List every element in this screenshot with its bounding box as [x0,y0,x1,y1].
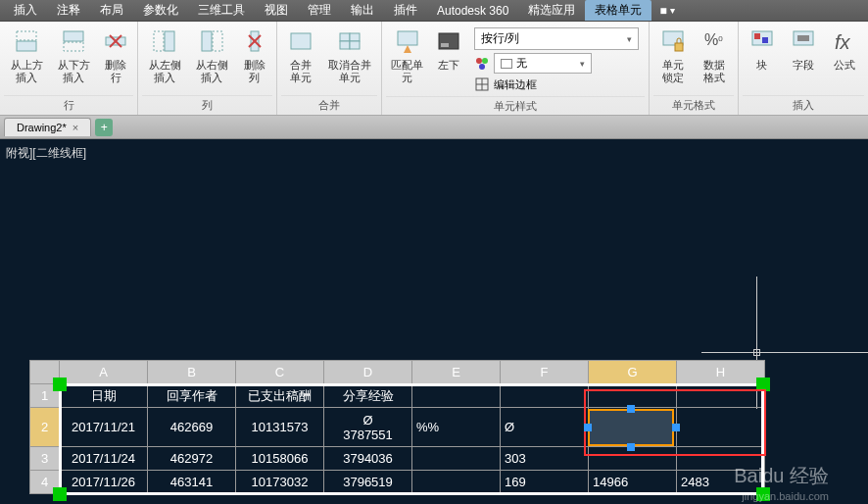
table-cell[interactable]: 分享经验 [324,384,412,408]
svg-text:fx: fx [835,31,851,53]
ribbon-group-label-cols: 列 [142,95,271,115]
document-tab-label: Drawing2* [17,122,67,133]
selection-handle[interactable] [756,487,770,501]
svg-rect-16 [350,33,360,41]
table-cell[interactable] [501,384,589,408]
menu-plugins[interactable]: 插件 [384,0,427,21]
table-cell[interactable] [677,408,765,447]
ribbon-group-label-cell-format: 单元格式 [653,95,734,115]
table-cell[interactable]: 10158066 [236,447,324,471]
row-header-3[interactable]: 3 [30,447,60,471]
crosshair-box [753,349,760,356]
table-cell[interactable] [412,384,501,408]
table-cell[interactable]: 回享作者 [148,384,236,408]
menu-annotate[interactable]: 注释 [47,0,90,21]
ribbon-group-label-cell-style: 单元样式 [386,96,645,116]
menu-table-cell[interactable]: 表格单元 [585,0,651,21]
menu-autodesk360[interactable]: Autodesk 360 [427,2,518,20]
data-format-button[interactable]: %.0 数据格式 [695,24,734,86]
table-cell[interactable]: %% [412,408,501,447]
cad-table[interactable]: A B C D E F G H 1 日期 回享作者 已支出稿酬 分享经验 [29,360,765,494]
svg-rect-21 [441,43,449,47]
table-cell[interactable]: 14966 [589,471,677,494]
menu-insert[interactable]: 插入 [4,0,47,21]
menu-extras-dropdown[interactable]: ■ [659,4,674,18]
border-icon [474,76,490,92]
insert-col-right-button[interactable]: 从右侧 插入 [189,24,234,86]
cell-lock-button[interactable]: 单元锁定 [653,24,693,86]
merge-cells-icon [285,25,316,57]
col-header-a[interactable]: A [60,361,148,384]
col-insert-right-icon [196,25,227,57]
menu-layout[interactable]: 布局 [90,0,133,21]
formula-button[interactable]: fx 公式 [825,24,864,74]
cell-handle[interactable] [627,443,635,451]
svg-text:.0: .0 [716,34,723,43]
selection-handle[interactable] [53,378,67,391]
selection-handle[interactable] [756,378,770,391]
table-cell[interactable]: Ø 3787551 [324,408,412,447]
table-cell[interactable]: 463141 [148,471,236,494]
menu-manage[interactable]: 管理 [298,0,341,21]
block-button[interactable]: 块 [743,24,782,74]
table-cell[interactable] [677,384,765,408]
table-cell[interactable]: 462972 [148,447,236,471]
row-header-2[interactable]: 2 [30,408,60,447]
table-cell[interactable]: 日期 [60,384,148,408]
table-cell[interactable] [412,447,501,471]
col-header-e[interactable]: E [412,361,501,384]
ribbon-group-cell-format: 单元锁定 %.0 数据格式 单元格式 [650,22,739,115]
table-cell[interactable]: 303 [501,447,589,471]
svg-rect-14 [291,33,311,49]
table-cell[interactable]: Ø [501,408,589,447]
cell-handle[interactable] [584,424,592,431]
table-cell[interactable] [677,447,765,471]
merge-cells-button[interactable]: 合并 单元 [281,24,321,86]
table-cell[interactable]: 169 [501,471,589,494]
col-header-d[interactable]: D [324,361,412,384]
col-header-c[interactable]: C [236,361,324,384]
delete-row-button[interactable]: 删除 行 [98,24,133,86]
document-tab[interactable]: Drawing2* × [4,118,91,136]
close-tab-icon[interactable]: × [72,122,78,133]
field-icon [788,25,819,57]
unmerge-cells-button[interactable]: 取消合并 单元 [322,24,377,86]
table-cell[interactable]: 3794036 [324,447,412,471]
drawing-canvas[interactable]: 附视][二维线框] A B C D E F G H 1 日期 回享作者 已支出稿… [0,139,868,504]
table-cell[interactable]: 2017/11/24 [60,447,148,471]
menu-output[interactable]: 输出 [341,0,384,21]
edit-border-button[interactable]: 编辑边框 [474,76,639,92]
fill-dropdown[interactable]: 无 [494,53,592,74]
table-cell[interactable]: 已支出稿酬 [236,384,324,408]
match-cell-button[interactable]: 匹配单元 [386,24,429,86]
cell-handle[interactable] [627,405,635,413]
insert-col-left-button[interactable]: 从左侧 插入 [142,24,187,86]
col-header-g[interactable]: G [589,361,677,384]
table-cell[interactable]: 10131573 [236,408,324,447]
add-tab-button[interactable]: + [95,119,113,136]
menu-featured[interactable]: 精选应用 [518,0,585,21]
table-cell[interactable]: 462669 [148,408,236,447]
col-header-h[interactable]: H [677,361,765,384]
table-cell[interactable]: 2483 [677,471,765,494]
insert-row-below-button[interactable]: 从下方 插入 [51,24,96,86]
table-cell[interactable]: 2017/11/26 [60,471,148,494]
col-header-b[interactable]: B [148,361,236,384]
table-cell[interactable]: 2017/11/21 [60,408,148,447]
svg-rect-9 [202,31,212,51]
selection-handle[interactable] [53,487,67,501]
menu-3dtools[interactable]: 三维工具 [188,0,255,21]
menu-parametric[interactable]: 参数化 [133,0,188,21]
delete-col-button[interactable]: 删除 列 [237,24,272,86]
table-cell[interactable] [412,471,501,494]
menu-view[interactable]: 视图 [255,0,298,21]
align-button[interactable]: 左下 [431,24,466,74]
field-button[interactable]: 字段 [784,24,823,74]
row-col-dropdown[interactable]: 按行/列 [474,27,639,50]
col-header-f[interactable]: F [501,361,589,384]
table-cell[interactable]: 3796519 [324,471,412,494]
table-cell[interactable] [589,384,677,408]
cell-handle[interactable] [672,424,680,431]
table-cell[interactable]: 10173032 [236,471,324,494]
insert-row-above-button[interactable]: 从上方 插入 [4,24,49,86]
